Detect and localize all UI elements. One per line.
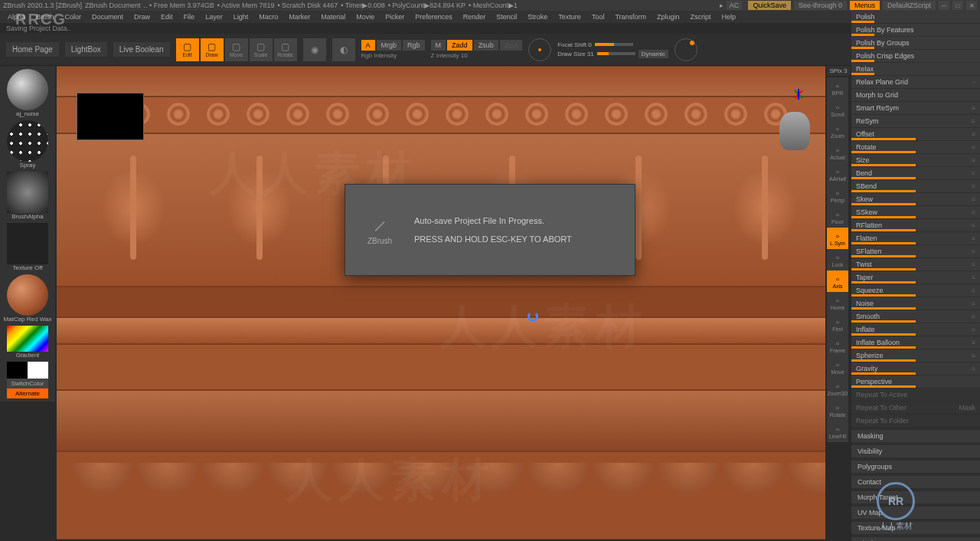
home-button[interactable]: ▫Home	[827, 292, 848, 313]
menu-texture[interactable]: Texture	[554, 11, 586, 22]
menu-zscript[interactable]: Zscript	[686, 11, 716, 22]
inflate-slider[interactable]: Inflate≡	[851, 323, 980, 336]
menu-transform[interactable]: Transform	[610, 11, 651, 22]
zadd-button[interactable]: Zadd	[447, 40, 472, 51]
aahalf-button[interactable]: ▫AAHalf	[827, 163, 848, 185]
seethrough-slider[interactable]: See-through 0	[794, 1, 847, 10]
color-spectrum[interactable]	[7, 326, 48, 352]
scroll-button[interactable]: ▫Scroll	[827, 99, 848, 120]
menu-render[interactable]: Render	[459, 11, 491, 22]
polish-by-groups-slider[interactable]: Polish By Groups	[851, 37, 980, 49]
menus-button[interactable]: Menus	[850, 1, 880, 10]
menu-macro[interactable]: Macro	[254, 11, 283, 22]
draw-indicator[interactable]	[675, 38, 697, 61]
move-tool[interactable]: ▢Move	[225, 38, 248, 61]
axis-gizmo[interactable]	[787, 89, 810, 112]
flatten-slider[interactable]: Flatten≡	[851, 232, 980, 244]
noise-slider[interactable]: Noise≡	[851, 297, 980, 310]
zoom-button[interactable]: ▫Zoom	[827, 120, 848, 142]
homepage-button[interactable]: Home Page	[6, 42, 59, 57]
window-max-icon[interactable]: □	[952, 1, 963, 10]
alpha-selector[interactable]: BrushAlpha	[3, 172, 52, 220]
size-slider[interactable]: Size≡	[851, 154, 980, 166]
mrgb-button[interactable]: Mrgb	[377, 40, 402, 51]
rflatten-slider[interactable]: RFlatten≡	[851, 219, 980, 231]
gravity-slider[interactable]: Gravity≡	[851, 362, 980, 375]
zcut-button[interactable]: Zcut	[500, 40, 523, 51]
rotate-button[interactable]: ▫Rotate	[827, 399, 848, 421]
linefill-button[interactable]: ▫LineFill	[827, 421, 848, 442]
resym-slider[interactable]: ReSym≡	[851, 115, 980, 127]
material-mode-icon[interactable]: ◐	[332, 38, 355, 61]
relax-plane-grid-slider[interactable]: Relax Plane Grid○	[851, 76, 980, 88]
rotate-slider[interactable]: Rotate≡	[851, 141, 980, 153]
right-arrow-icon[interactable]: ▸	[720, 2, 724, 9]
focalshift-slider[interactable]	[595, 43, 633, 46]
menu-marker[interactable]: Marker	[284, 11, 315, 22]
sbend-slider[interactable]: SBend≡	[851, 180, 980, 192]
orientation-head-icon[interactable]	[779, 112, 810, 150]
menu-stroke[interactable]: Stroke	[523, 11, 552, 22]
axis-button[interactable]: ▫Axis	[827, 270, 848, 292]
polish-by-features-slider[interactable]: Polish By Features	[851, 24, 980, 36]
twist-slider[interactable]: Twist≡	[851, 258, 980, 270]
lock-button[interactable]: ▫Lock	[827, 249, 848, 270]
find-button[interactable]: ▫Find	[827, 313, 848, 335]
inflate-balloon-slider[interactable]: Inflate Balloon≡	[851, 336, 980, 349]
visibility-section[interactable]: Visibility	[851, 445, 980, 457]
menu-picker[interactable]: Picker	[381, 11, 409, 22]
relax-slider[interactable]: Relax	[851, 63, 980, 75]
sculpt-mode-icon[interactable]: ◉	[303, 38, 326, 61]
edit-tool[interactable]: ▢Edit	[176, 38, 199, 61]
quicksave-button[interactable]: QuickSave	[748, 1, 791, 10]
taper-slider[interactable]: Taper≡	[851, 271, 980, 284]
squeeze-slider[interactable]: Squeeze≡	[851, 284, 980, 297]
morph-to-grid-slider[interactable]: Morph to Grid	[851, 89, 980, 101]
rgb-button[interactable]: Rgb	[403, 40, 425, 51]
spix-value[interactable]: SPix 3	[827, 66, 850, 76]
reference-thumbnail[interactable]	[77, 93, 144, 140]
perspective-slider[interactable]: Perspective	[851, 375, 980, 388]
sflatten-slider[interactable]: SFlatten≡	[851, 245, 980, 257]
color-swatch-primary[interactable]	[28, 362, 48, 379]
smooth-slider[interactable]: Smooth≡	[851, 310, 980, 323]
a-button[interactable]: A	[361, 40, 375, 51]
viewport-canvas[interactable]: 人人素材 人人素材 人人素材	[57, 66, 825, 539]
menu-material[interactable]: Material	[316, 11, 350, 22]
lsym-button[interactable]: ▫L.Sym	[827, 228, 848, 249]
floor-button[interactable]: ▫Floor	[827, 206, 848, 228]
actual-button[interactable]: ▫Actual	[827, 142, 848, 163]
window-close-icon[interactable]: ✕	[966, 1, 977, 10]
scale-tool[interactable]: ▢Scale	[250, 38, 273, 61]
window-min-icon[interactable]: ─	[939, 1, 949, 10]
zoom3d-button[interactable]: ▫Zoom3D	[827, 378, 848, 399]
bpr-button[interactable]: ▫BPR	[827, 77, 848, 99]
menu-preferences[interactable]: Preferences	[410, 11, 457, 22]
liveboolean-button[interactable]: Live Boolean	[113, 42, 170, 57]
displacement-map-section[interactable]: Displacement Map	[851, 537, 980, 541]
polish-crisp-edges-slider[interactable]: Polish Crisp Edges	[851, 50, 980, 62]
menu-tool[interactable]: Tool	[587, 11, 609, 22]
frame-button[interactable]: ▫Frame	[827, 335, 848, 356]
draw-tool[interactable]: ▢Draw	[201, 38, 224, 61]
persp-button[interactable]: ▫Persp	[827, 185, 848, 206]
menu-movie[interactable]: Movie	[351, 11, 379, 22]
color-picker[interactable]: Gradient	[3, 326, 52, 359]
spherize-slider[interactable]: Spherize≡	[851, 349, 980, 362]
m-button[interactable]: M	[431, 40, 446, 51]
menu-stencil[interactable]: Stencil	[492, 11, 521, 22]
brush-selector[interactable]: aj_noise	[3, 69, 52, 117]
skew-slider[interactable]: Skew≡	[851, 193, 980, 205]
menu-draw[interactable]: Draw	[129, 11, 155, 22]
alternate-button[interactable]: Alternate	[7, 389, 48, 398]
color-swatch-secondary[interactable]	[7, 362, 28, 379]
brush-size-indicator[interactable]	[528, 38, 551, 61]
menu-zplugin[interactable]: Zplugin	[652, 11, 684, 22]
menu-file[interactable]: File	[179, 11, 200, 22]
rotate-tool[interactable]: ▢Rotate	[274, 38, 297, 61]
menu-edit[interactable]: Edit	[156, 11, 178, 22]
menu-light[interactable]: Light	[229, 11, 253, 22]
dynamic-button[interactable]: Dynamic	[639, 50, 668, 58]
stroke-selector[interactable]: Spray	[3, 120, 52, 169]
bend-slider[interactable]: Bend≡	[851, 167, 980, 179]
